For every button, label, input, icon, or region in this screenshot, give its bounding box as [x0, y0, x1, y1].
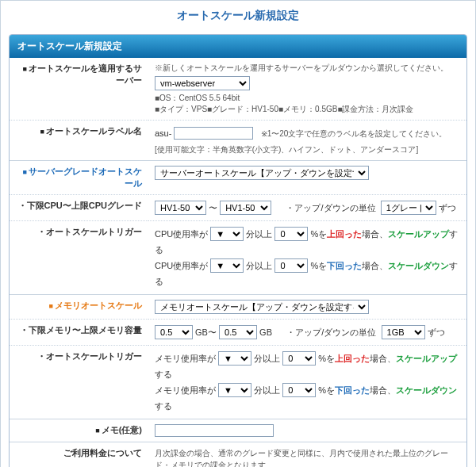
label-prefix: asu- — [155, 128, 171, 138]
mem-dn-pct[interactable]: 0 — [282, 383, 316, 397]
cpu-unit-select[interactable]: 1グレード — [381, 201, 436, 215]
mem-unit-select[interactable]: 1GB — [382, 325, 425, 339]
row-memo: ■メモ(任意) — [10, 419, 466, 442]
row-server: ■オートスケールを適用するサーバー ※新しくオートスケールを運用するサーバーをプ… — [10, 58, 466, 121]
cpu-grade-low[interactable]: HV1-50 — [155, 201, 206, 215]
mem-up-pct[interactable]: 0 — [282, 351, 316, 366]
label-memory-as: メモリオートスケール — [55, 300, 142, 310]
server-select[interactable]: vm-webserver — [155, 76, 250, 90]
label-cpu-trigger: ・オートスケールトリガー — [37, 227, 142, 236]
mem-low[interactable]: 0.5 — [155, 325, 193, 339]
row-pricing: ご利用料金について 月次課金の場合、通常のグレード変更と同様に、月内で使用された… — [10, 442, 466, 468]
cpu-up-pct[interactable]: 0 — [274, 227, 308, 241]
pricing-line1: 月次課金の場合、通常のグレード変更と同様に、月内で使用された最上位のグレード・メ… — [155, 447, 460, 467]
os-line: ■OS：CentOS 5.5 64bit — [155, 93, 460, 104]
mem-high[interactable]: 0.5 — [219, 325, 257, 339]
label-server: オートスケールを適用するサーバー — [29, 63, 142, 85]
label-input[interactable] — [174, 127, 253, 140]
memory-as-select[interactable]: メモリオートスケール【アップ・ダウンを設定する】 — [155, 300, 369, 314]
settings-panel: オートスケール新規設定 ■オートスケールを適用するサーバー ※新しくオートスケー… — [9, 34, 467, 467]
row-memory-as: ■メモリオートスケール メモリオートスケール【アップ・ダウンを設定する】 — [10, 295, 466, 320]
row-server-grade-as: ■サーバーグレードオートスケール サーバーオートスケール【アップ・ダウンを設定す… — [10, 161, 466, 195]
row-memory-range: ・下限メモリ〜上限メモリ容量 0.5 GB〜 0.5 GB ・アップ/ダウンの単… — [10, 320, 466, 346]
label-hint-right: ※1〜20文字で任意のラベル名を設定してください。 — [261, 129, 447, 138]
allowed-chars: [使用可能文字：半角英数字(小文字)、ハイフン、ドット、アンダースコア] — [155, 144, 460, 155]
type-line: ■タイプ：VPS■グレード：HV1-50■メモリ：0.5GB■課金方法：月次課金 — [155, 104, 460, 115]
row-memory-trigger: ・オートスケールトリガー メモリ使用率が ▼ 分以上 0 %を上回った場合、スケ… — [10, 346, 466, 419]
cpu-dn-pct[interactable]: 0 — [274, 258, 308, 273]
cpu-grade-high[interactable]: HV1-50 — [220, 201, 271, 215]
label-cpu-grade: ・下限CPU〜上限CPUグレード — [18, 201, 142, 210]
label-grade-as: サーバーグレードオートスケール — [29, 167, 142, 188]
row-cpu-trigger: ・オートスケールトリガー CPU使用率が ▼ 分以上 0 %を上回った場合、スケ… — [10, 221, 466, 295]
label-pricing: ご利用料金について — [63, 448, 142, 457]
row-label-name: ■オートスケールラベル名 asu- ※1〜20文字で任意のラベル名を設定してくだ… — [10, 121, 466, 161]
label-labelname: オートスケールラベル名 — [46, 126, 142, 136]
label-mem-trigger: ・オートスケールトリガー — [37, 351, 142, 361]
cpu-unit-label: ・アップ/ダウンの単位 — [286, 203, 375, 212]
mem-dn-min[interactable]: ▼ — [218, 383, 251, 397]
row-cpu-grade: ・下限CPU〜上限CPUグレード HV1-50 〜 HV1-50 ・アップ/ダウ… — [10, 195, 466, 221]
page-container: オートスケール新規設定 オートスケール新規設定 ■オートスケールを適用するサーバ… — [0, 0, 476, 467]
server-note: ※新しくオートスケールを運用するサーバーをプルダウンから選択してください。 — [155, 63, 460, 74]
label-memory-range: ・下限メモリ〜上限メモリ容量 — [20, 325, 142, 335]
grade-as-select[interactable]: サーバーオートスケール【アップ・ダウンを設定する】 — [155, 166, 369, 180]
panel-header: オートスケール新規設定 — [10, 35, 466, 58]
settings-table: ■オートスケールを適用するサーバー ※新しくオートスケールを運用するサーバーをプ… — [10, 58, 466, 467]
mem-up-min[interactable]: ▼ — [218, 351, 251, 366]
page-title: オートスケール新規設定 — [1, 1, 475, 28]
cpu-up-min[interactable]: ▼ — [210, 227, 244, 241]
mem-unit-label: ・アップ/ダウンの単位 — [286, 327, 376, 337]
memo-input[interactable] — [155, 424, 274, 437]
label-memo: メモ(任意) — [102, 425, 142, 434]
cpu-dn-min[interactable]: ▼ — [210, 258, 244, 273]
